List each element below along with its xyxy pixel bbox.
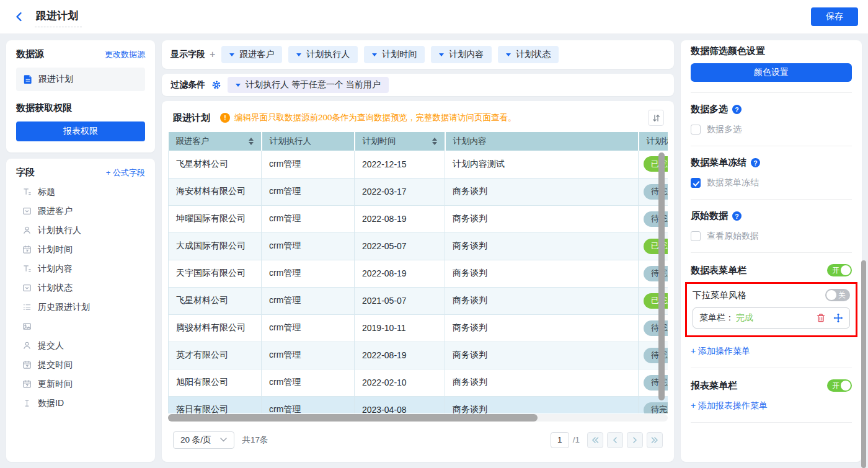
dropdown-style-toggle-off[interactable]: 关 [825, 289, 850, 301]
checkbox-label: 查看原始数据 [707, 231, 759, 242]
sort-arrows-icon[interactable] [432, 138, 437, 145]
chip-label: 计划执行人 [306, 49, 350, 60]
cell-content: 商务谈判 [445, 314, 639, 342]
sort-button[interactable] [648, 110, 664, 126]
first-page-button[interactable] [587, 432, 603, 448]
date-field-icon [22, 245, 32, 254]
cell-executor: crm管理 [262, 369, 355, 396]
permission-heading: 数据获取权限 [16, 102, 145, 114]
field-item-data-id[interactable]: 数据ID [16, 394, 145, 413]
color-setting-button[interactable]: 颜色设置 [691, 63, 852, 82]
table-row[interactable]: 飞星材料公司 crm管理 2021-05-07 商务谈判 已完成 [169, 287, 668, 314]
add-report-action-menu-link[interactable]: + 添加报表操作菜单 [691, 400, 852, 412]
field-item-submitter[interactable]: 提交人 [16, 336, 145, 355]
page-scrollbar[interactable] [861, 260, 866, 468]
display-field-chip-executor[interactable]: 计划执行人 [288, 46, 358, 63]
table-row[interactable]: 腾骏材料有限公司 crm管理 2019-10-11 商务谈判 待完成 [169, 314, 668, 342]
cell-date: 2021-05-07 [355, 287, 445, 314]
checkbox-unchecked[interactable] [691, 125, 701, 135]
page-title-wrap[interactable]: 跟进计划 [35, 7, 82, 27]
checkbox-checked[interactable] [691, 178, 701, 188]
next-page-button[interactable] [627, 432, 643, 448]
report-menu-toggle-on[interactable]: 开 [827, 379, 852, 392]
page-size-select[interactable]: 20 条/页 [173, 431, 234, 449]
add-formula-field-link[interactable]: + 公式字段 [106, 167, 145, 179]
trash-icon[interactable] [816, 313, 826, 323]
table-row[interactable]: 天宇国际有限公司 crm管理 2022-08-19 商务谈判 待完成 [169, 260, 668, 287]
date-field-icon [22, 379, 32, 389]
image-field-icon [22, 322, 32, 331]
table-menu-toggle-on[interactable]: 开 [827, 264, 852, 276]
sort-icon [652, 113, 661, 123]
table-row[interactable]: 旭阳有限公司 crm管理 2022-02-10 商务谈判 待完成 [169, 369, 668, 396]
chevron-left-icon [613, 437, 618, 443]
field-item-plan-time[interactable]: 计划时间 [16, 240, 145, 259]
cell-executor: crm管理 [262, 260, 355, 287]
data-table: 跟进客户 计划执行人 计划时间 计划内容 计划状态 飞星材料公司 crm管理 2… [168, 132, 668, 413]
column-header-plan-time[interactable]: 计划时间 [355, 132, 445, 151]
cell-executor: crm管理 [262, 151, 355, 178]
table-row[interactable]: 坤曜国际有限公司 crm管理 2022-08-19 商务谈判 待完成 [169, 205, 668, 232]
help-icon[interactable]: ? [732, 211, 742, 221]
report-permission-button[interactable]: 报表权限 [16, 121, 145, 141]
add-action-menu-link[interactable]: + 添加操作菜单 [691, 346, 852, 357]
cell-content: 计划内容测试 [445, 151, 639, 178]
field-item-image[interactable] [16, 317, 145, 336]
move-icon[interactable] [833, 313, 843, 323]
table-row[interactable]: 海安材料有限公司 crm管理 2022-03-17 商务谈判 待完成 [169, 178, 668, 205]
table-row[interactable]: 英才有限公司 crm管理 2022-08-19 商务谈判 待完成 [169, 342, 668, 369]
table-title: 跟进计划 [173, 112, 210, 124]
multi-select-checkbox-row[interactable]: 数据多选 [691, 124, 852, 135]
display-field-chip-customer[interactable]: 跟进客户 [221, 46, 282, 63]
left-sidebar: 数据源 更改数据源 跟进计划 数据获取权限 报表权限 字段 + 公式字段 标题 [6, 40, 155, 462]
table-row[interactable]: 飞星材料公司 crm管理 2022-12-15 计划内容测试 已完成 [169, 151, 668, 178]
field-item-plan-status[interactable]: 计划状态 [16, 278, 145, 298]
menu-freeze-checkbox-row[interactable]: 数据菜单冻结 [691, 177, 852, 188]
status-badge: 待完成 [644, 402, 668, 414]
display-field-chip-plan-time[interactable]: 计划时间 [364, 46, 425, 63]
column-header-customer[interactable]: 跟进客户 [169, 132, 262, 151]
field-item-customer[interactable]: 跟进客户 [16, 201, 145, 221]
field-item-executor[interactable]: 计划执行人 [16, 221, 145, 240]
last-page-button[interactable] [647, 432, 663, 448]
field-label: 计划状态 [38, 283, 73, 294]
filter-condition-chip[interactable]: 计划执行人 等于任意一个 当前用户 [228, 77, 389, 93]
sort-arrows-icon[interactable] [249, 138, 254, 145]
divider [691, 92, 852, 93]
field-item-plan-content[interactable]: 计划内容 [16, 259, 145, 278]
help-icon[interactable]: ? [751, 158, 760, 167]
document-icon [23, 74, 33, 84]
field-item-history[interactable]: 历史跟进计划 [16, 298, 145, 317]
checkbox-unchecked[interactable] [691, 231, 701, 241]
change-datasource-link[interactable]: 更改数据源 [105, 49, 145, 60]
main-layout: 数据源 更改数据源 跟进计划 数据获取权限 报表权限 字段 + 公式字段 标题 [0, 34, 868, 468]
field-item-submit-time[interactable]: 提交时间 [16, 355, 145, 374]
datasource-item[interactable]: 跟进计划 [16, 68, 145, 91]
table-row[interactable]: 落日有限公司 crm管理 2023-04-08 商务谈判 待完成 [169, 396, 668, 413]
gear-icon[interactable] [211, 80, 221, 90]
fields-panel: 字段 + 公式字段 标题 跟进客户 计划执行人 计划时间 [6, 159, 155, 462]
horizontal-scrollbar[interactable] [168, 414, 668, 422]
prev-page-button[interactable] [607, 432, 623, 448]
column-header-executor[interactable]: 计划执行人 [262, 132, 355, 151]
divider [691, 146, 852, 146]
chip-label: 计划时间 [382, 49, 417, 60]
help-icon[interactable]: ? [732, 105, 742, 114]
display-field-chip-plan-status[interactable]: 计划状态 [498, 46, 559, 63]
display-field-chip-plan-content[interactable]: 计划内容 [431, 46, 492, 63]
field-item-update-time[interactable]: 更新时间 [16, 374, 145, 394]
raw-data-checkbox-row[interactable]: 查看原始数据 [691, 231, 852, 242]
menu-bar-item[interactable]: 菜单栏： 完成 [693, 307, 850, 329]
divider [691, 368, 852, 368]
column-header-plan-status[interactable]: 计划状态 [639, 132, 668, 151]
add-display-field-button[interactable]: + [210, 49, 215, 60]
back-button[interactable] [11, 9, 27, 25]
table-row[interactable]: 大成国际有限公司 crm管理 2022-05-07 商务谈判 已完成 [169, 232, 668, 260]
vertical-scrollbar[interactable] [658, 152, 665, 400]
column-header-plan-content[interactable]: 计划内容 [445, 132, 639, 151]
field-item-title[interactable]: 标题 [16, 182, 145, 201]
horizontal-scrollbar-thumb[interactable] [168, 414, 538, 422]
cell-date: 2022-02-10 [355, 369, 445, 396]
save-button[interactable]: 保存 [811, 7, 858, 26]
page-number-input[interactable]: 1 [551, 432, 569, 448]
